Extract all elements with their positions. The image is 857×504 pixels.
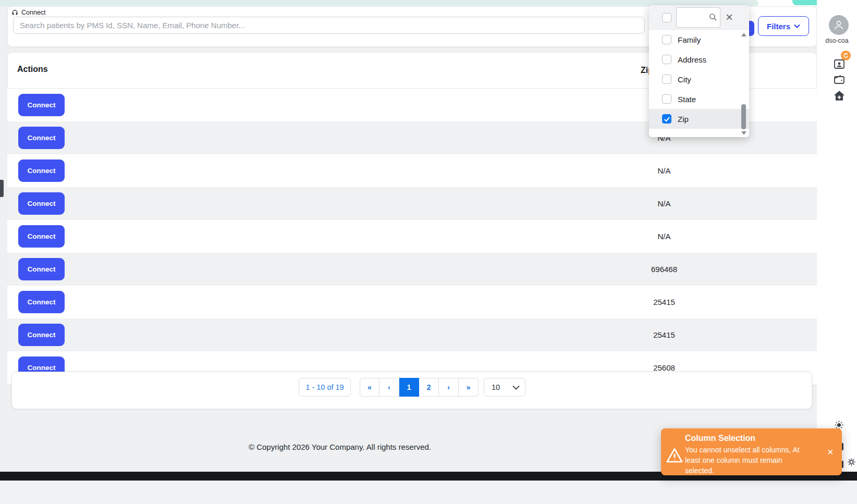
toast-close-button[interactable]: × <box>827 447 834 457</box>
column-option-label: Address <box>678 55 706 64</box>
table-row: Connect N/A <box>7 220 817 253</box>
connect-button[interactable]: Connect <box>18 258 65 280</box>
column-option[interactable]: City <box>649 69 749 89</box>
screen: dso-coa Connect Filters Actions Zip <box>0 0 857 504</box>
connect-button[interactable]: Connect <box>18 127 65 149</box>
pagination-range: 1 - 10 of 19 <box>299 378 351 397</box>
toast-title: Column Selection <box>685 434 755 443</box>
column-option[interactable]: Zip <box>649 109 749 129</box>
zip-cell: 25415 <box>612 286 716 318</box>
scroll-up-arrow[interactable] <box>741 33 746 36</box>
home-plus-icon[interactable] <box>832 89 845 102</box>
select-all-checkbox[interactable] <box>662 13 671 22</box>
zip-cell: N/A <box>612 154 716 187</box>
username-label: dso-coa <box>817 37 857 44</box>
table-row: Connect 25415 <box>7 318 817 351</box>
table-row: Connect N/A <box>7 154 817 187</box>
avatar[interactable] <box>829 15 849 35</box>
pagination-prev-button[interactable]: ‹ <box>379 378 399 397</box>
headset-icon <box>11 9 18 16</box>
zip-cell: 696468 <box>612 253 716 286</box>
zip-cell: N/A <box>612 220 716 253</box>
page-size-value: 10 <box>492 383 500 391</box>
pagination-page-1-button[interactable]: 1 <box>399 378 419 397</box>
connect-button[interactable]: Connect <box>18 291 65 313</box>
table-row: Connect 696468 <box>7 253 817 286</box>
column-header-actions: Actions <box>17 65 48 74</box>
column-list: Family Address City State Zip <box>649 30 749 129</box>
zip-cell: N/A <box>612 187 716 220</box>
connect-button[interactable]: Connect <box>18 94 65 116</box>
user-icon <box>832 19 845 31</box>
column-option-label: City <box>678 75 691 84</box>
connect-button[interactable]: Connect <box>18 225 65 248</box>
bottom-light-strip <box>0 481 857 504</box>
page-size-select[interactable]: 10 <box>484 378 525 397</box>
patient-search-input[interactable] <box>13 17 645 34</box>
filters-button[interactable]: Filters <box>758 16 809 36</box>
table-row: Connect 25415 <box>7 286 817 318</box>
dropdown-close-button[interactable]: × <box>723 9 736 25</box>
right-sidebar <box>817 0 857 472</box>
select-chevron-icon <box>512 385 520 390</box>
column-checkbox[interactable] <box>662 94 671 104</box>
zip-cell: 25415 <box>612 318 716 351</box>
column-search-input[interactable] <box>679 10 708 25</box>
pagination-controls: «‹12›» <box>360 378 479 397</box>
browser-theme-strip <box>0 0 758 6</box>
column-checkbox[interactable] <box>662 114 671 124</box>
check-icon <box>663 115 671 123</box>
connect-button[interactable]: Connect <box>18 192 65 215</box>
column-option[interactable]: State <box>649 89 749 109</box>
column-option[interactable]: Family <box>649 30 749 50</box>
column-option-label: State <box>678 95 696 104</box>
column-checkbox[interactable] <box>662 35 671 44</box>
wallet-icon[interactable] <box>833 73 846 86</box>
toast-notification: Column Selection You cannot unselect all… <box>661 428 842 475</box>
chevron-down-icon <box>794 24 800 28</box>
column-option-label: Family <box>678 35 701 44</box>
refresh-badge-icon[interactable] <box>841 51 851 60</box>
connect-tab-label: Connect <box>21 9 46 16</box>
copyright-footer: © Copyright 2026 Your Company. All right… <box>0 442 680 451</box>
pagination-next-button[interactable]: › <box>439 378 459 397</box>
column-option[interactable]: Address <box>649 50 749 69</box>
dropdown-header: × <box>649 5 749 30</box>
toast-message: You cannot unselect all columns, At leas… <box>685 445 808 476</box>
table-row: Connect N/A <box>7 187 817 220</box>
connect-button[interactable]: Connect <box>18 159 65 182</box>
column-search-box <box>676 7 720 28</box>
warning-icon <box>665 446 684 465</box>
column-selection-dropdown: × Family Address City State <box>649 5 749 137</box>
column-option-label: Zip <box>678 115 689 124</box>
gear-icon[interactable] <box>847 457 856 469</box>
dropdown-scrollbar[interactable] <box>740 30 747 137</box>
filters-label: Filters <box>767 22 790 31</box>
search-icon <box>708 13 717 21</box>
column-checkbox[interactable] <box>662 75 671 84</box>
connect-button[interactable]: Connect <box>18 324 65 346</box>
column-checkbox[interactable] <box>662 55 671 64</box>
pagination-first-button[interactable]: « <box>360 378 379 397</box>
left-edge-tab[interactable] <box>0 180 4 197</box>
connect-tab[interactable]: Connect <box>11 9 46 16</box>
scrollbar-thumb[interactable] <box>741 104 746 129</box>
pagination-last-button[interactable]: » <box>459 378 479 397</box>
scroll-down-arrow[interactable] <box>741 131 746 135</box>
pagination-page-2-button[interactable]: 2 <box>419 378 439 397</box>
